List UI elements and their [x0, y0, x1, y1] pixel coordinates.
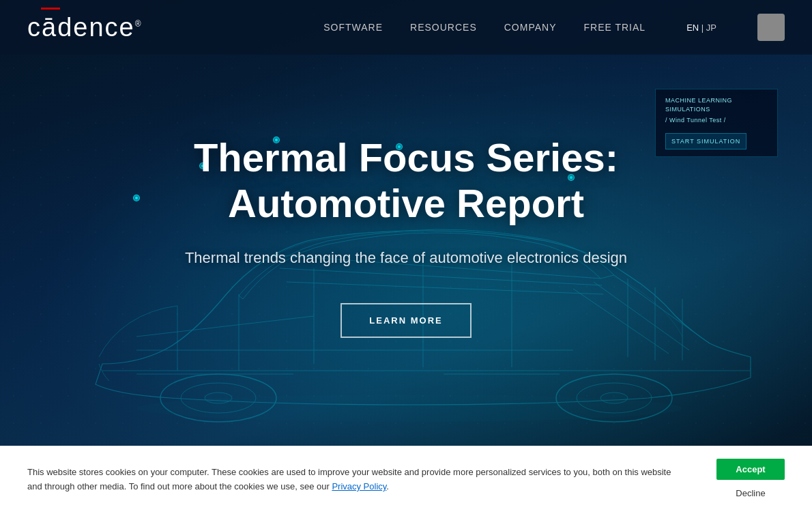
nav-company[interactable]: COMPANY	[504, 22, 557, 33]
logo-area: cādence®	[27, 13, 143, 42]
logo[interactable]: cādence®	[27, 13, 143, 42]
hero-subtitle: Thermal trends changing the face of auto…	[185, 246, 627, 269]
cookie-buttons: Accept Decline	[716, 459, 785, 501]
cookie-bar: This website stores cookies on your comp…	[0, 446, 812, 514]
logo-registered: ®	[135, 19, 143, 29]
language-selector[interactable]: EN | JP	[686, 23, 716, 33]
nav-software[interactable]: SOFTWARE	[323, 22, 383, 33]
hero-title: Thermal Focus Series:Automotive Report	[194, 135, 618, 226]
nav-free-trial[interactable]: FREE TRIAL	[583, 22, 646, 33]
lang-jp[interactable]: JP	[706, 23, 716, 33]
logo-red-bar	[41, 8, 60, 10]
hero-section: MACHINE LEARNING SIMULATIONS / Wind Tunn…	[0, 0, 812, 446]
user-avatar[interactable]	[757, 14, 785, 41]
privacy-policy-link[interactable]: Privacy Policy	[332, 481, 386, 491]
cookie-text: This website stores cookies on your comp…	[27, 466, 676, 494]
decline-cookies-button[interactable]: Decline	[716, 485, 785, 501]
cookie-message-end: .	[386, 481, 389, 491]
learn-more-button[interactable]: LEARN MORE	[340, 303, 471, 338]
hero-content: Thermal Focus Series:Automotive Report T…	[0, 0, 812, 446]
nav-links: SOFTWARE RESOURCES COMPANY FREE TRIAL EN…	[323, 14, 785, 41]
navigation: cādence® SOFTWARE RESOURCES COMPANY FREE…	[0, 0, 812, 55]
lang-en[interactable]: EN	[686, 23, 699, 33]
accept-cookies-button[interactable]: Accept	[716, 459, 785, 480]
nav-resources[interactable]: RESOURCES	[410, 22, 477, 33]
lang-separator: |	[701, 23, 704, 33]
